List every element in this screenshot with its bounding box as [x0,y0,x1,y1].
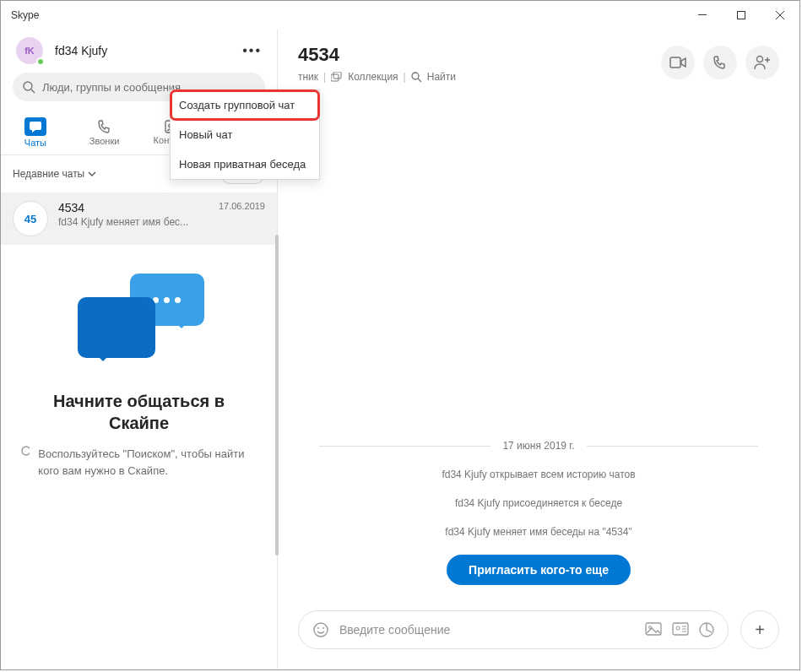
new-chat-dropdown: Создать групповой чат Новый чат Новая пр… [170,89,320,180]
more-button[interactable]: ••• [242,43,262,58]
minimize-icon [698,14,707,15]
svg-line-12 [418,79,421,82]
chat-title[interactable]: 4534 [298,44,661,66]
search-icon [21,446,30,459]
contact-card-icon[interactable] [672,622,689,636]
close-icon [776,11,784,19]
svg-rect-13 [670,57,680,68]
minimize-button[interactable] [683,1,722,29]
message-input[interactable]: Введите сообщение [298,610,729,649]
search-icon [411,72,422,83]
recent-label[interactable]: Недавние чаты [13,168,84,180]
svg-point-23 [676,626,680,630]
header-actions [661,44,779,83]
chat-icon [24,117,46,136]
onboarding: Начните общаться в Скайпе Воспользуйтесь… [1,245,277,669]
onboard-heading: Начните общаться в Скайпе [53,390,225,434]
video-icon [669,57,686,68]
app-window: Skype fK fd34 Kjufy ••• [0,0,800,670]
svg-point-7 [22,447,30,455]
plus-icon: + [755,621,765,640]
svg-point-11 [412,73,419,79]
menu-new-private[interactable]: Новая приватная беседа [171,149,319,179]
svg-rect-20 [646,623,661,635]
svg-rect-0 [698,14,707,15]
chat-item-date: 17.06.2019 [219,201,265,236]
participants-label[interactable]: тник [298,71,318,83]
profile-name[interactable]: fd34 Kjufy [55,44,107,57]
system-message: fd34 Kjufy открывает всем историю чатов [442,469,635,480]
phone-icon [97,119,112,134]
svg-point-19 [322,627,324,629]
audio-call-button[interactable] [703,46,737,79]
find-link[interactable]: Найти [427,71,456,83]
onboard-tip: Воспользуйтесь "Поиском", чтобы найти ко… [21,446,257,479]
svg-line-3 [31,89,35,93]
svg-point-2 [24,82,32,90]
svg-rect-4 [30,122,41,130]
chat-item-info: 4534 fd34 Kjufy меняет имя бес... [58,201,209,236]
chat-illustration-icon [68,270,211,371]
onboard-tip-text: Воспользуйтесь "Поиском", чтобы найти ко… [38,446,257,479]
chat-body: 17 июня 2019 г. fd34 Kjufy открывает все… [278,91,799,610]
poll-icon[interactable] [699,622,714,637]
phone-icon [713,55,728,70]
presence-dot-icon [36,57,45,66]
composer-icons [645,622,714,637]
image-icon[interactable] [645,622,662,636]
profile-row: fK fd34 Kjufy ••• [1,29,277,73]
chat-item-avatar: 45 [13,201,48,236]
menu-new-chat[interactable]: Новый чат [171,120,319,149]
composer: Введите сообщение + [298,610,779,649]
close-button[interactable] [761,1,799,29]
svg-rect-1 [738,11,745,19]
tab-chats-label: Чаты [24,138,46,148]
add-person-icon [753,55,772,70]
svg-point-14 [757,57,763,62]
collection-link[interactable]: Коллекция [348,71,398,83]
app-body: fK fd34 Kjufy ••• Люди, группы и сообщен… [1,29,799,669]
chat-item-subtitle: fd34 Kjufy меняет имя бес... [58,216,209,228]
window-title: Skype [11,9,39,21]
system-message: fd34 Kjufy присоединяется к беседе [455,497,622,509]
chat-meta: тник | Коллекция | Найти [298,71,661,83]
svg-point-18 [317,627,319,629]
menu-create-group-chat[interactable]: Создать групповой чат [171,90,319,120]
chat-list-item[interactable]: 45 4534 fd34 Kjufy меняет имя бес... 17.… [1,192,277,245]
header-left: 4534 тник | Коллекция | Найти [298,44,661,83]
chat-item-title: 4534 [58,201,209,214]
add-participant-button[interactable] [745,46,779,79]
maximize-icon [737,11,745,19]
tab-calls[interactable]: Звонки [70,110,139,154]
search-icon [23,81,35,94]
add-attachment-button[interactable]: + [740,610,779,649]
avatar[interactable]: fK [16,37,43,64]
system-message: fd34 Kjufy меняет имя беседы на "4534" [445,526,631,538]
video-call-button[interactable] [661,46,695,79]
invite-button[interactable]: Пригласить кого-то еще [447,555,631,585]
search-placeholder: Люди, группы и сообщения [42,81,181,94]
avatar-initials: fK [24,46,35,56]
titlebar: Skype [1,1,799,29]
composer-placeholder: Введите сообщение [339,623,635,637]
chat-header: 4534 тник | Коллекция | Найти [278,29,799,91]
chevron-down-icon [88,171,96,176]
date-divider: 17 июня 2019 г. [319,440,757,452]
tab-chats[interactable]: Чаты [1,110,70,154]
window-controls [683,1,799,29]
collection-icon [331,72,343,82]
svg-point-17 [314,623,328,637]
emoji-icon[interactable] [312,621,329,638]
svg-rect-9 [331,74,339,81]
tab-calls-label: Звонки [89,136,120,146]
content: 4534 тник | Коллекция | Найти [278,29,799,669]
maximize-button[interactable] [722,1,761,29]
svg-rect-10 [333,72,341,79]
